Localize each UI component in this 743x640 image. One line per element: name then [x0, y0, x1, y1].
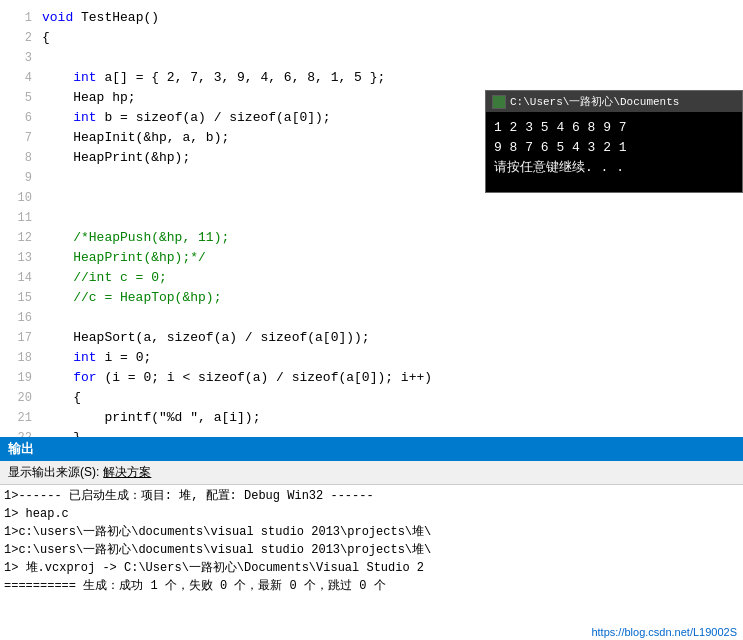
code-line: 18 int i = 0; — [0, 348, 743, 368]
code-token: a[] = { 2, 7, 3, 9, 4, 6, 8, 1, 5 }; — [97, 68, 386, 88]
terminal-window: C:\Users\一路初心\Documents 1 2 3 5 4 6 8 9 … — [485, 90, 743, 193]
code-token — [42, 108, 73, 128]
code-line: 15 //c = HeapTop(&hp); — [0, 288, 743, 308]
code-token: { — [42, 28, 50, 48]
code-token: int — [73, 108, 96, 128]
line-number: 21 — [4, 408, 32, 428]
editor-area: 1void TestHeap()2{34 int a[] = { 2, 7, 3… — [0, 0, 743, 437]
line-number: 5 — [4, 88, 32, 108]
line-number: 9 — [4, 168, 32, 188]
code-token: } — [42, 428, 81, 437]
watermark: https://blog.csdn.net/L19002S — [589, 626, 739, 638]
line-number: 16 — [4, 308, 32, 328]
code-token — [42, 68, 73, 88]
line-number: 7 — [4, 128, 32, 148]
terminal-title: C:\Users\一路初心\Documents — [510, 94, 679, 109]
line-number: 13 — [4, 248, 32, 268]
code-token: HeapPrint(&hp);*/ — [42, 248, 206, 268]
output-line: 1>c:\users\一路初心\documents\visual studio … — [4, 523, 739, 541]
output-line: 1>------ 已启动生成：项目: 堆, 配置: Debug Win32 --… — [4, 487, 739, 505]
line-number: 3 — [4, 48, 32, 68]
terminal-titlebar: C:\Users\一路初心\Documents — [486, 91, 742, 112]
output-line: 1> 堆.vcxproj -> C:\Users\一路初心\Documents\… — [4, 559, 739, 577]
code-line: 20 { — [0, 388, 743, 408]
code-token: int — [73, 348, 96, 368]
terminal-body: 1 2 3 5 4 6 8 9 79 8 7 6 5 4 3 2 1请按任意键继… — [486, 112, 742, 192]
code-token: printf("%d ", a[i]); — [42, 408, 260, 428]
line-number: 20 — [4, 388, 32, 408]
output-toolbar[interactable]: 显示输出来源(S): 解决方案 — [0, 461, 743, 485]
line-number: 22 — [4, 428, 32, 437]
code-panel[interactable]: 1void TestHeap()2{34 int a[] = { 2, 7, 3… — [0, 0, 743, 437]
output-source-label: 显示输出来源(S): — [8, 464, 99, 481]
code-token: /*HeapPush(&hp, 11); — [42, 228, 229, 248]
line-number: 19 — [4, 368, 32, 388]
code-token: TestHeap() — [73, 8, 159, 28]
code-line: 21 printf("%d ", a[i]); — [0, 408, 743, 428]
code-token: HeapPrint(&hp); — [42, 148, 190, 168]
code-line: 14 //int c = 0; — [0, 268, 743, 288]
code-token: i = 0; — [97, 348, 152, 368]
line-number: 11 — [4, 208, 32, 228]
output-line: ========== 生成：成功 1 个，失败 0 个，最新 0 个，跳过 0 … — [4, 577, 739, 595]
code-line: 17 HeapSort(a, sizeof(a) / sizeof(a[0]))… — [0, 328, 743, 348]
code-token: //int c = 0; — [42, 268, 167, 288]
code-token: b = sizeof(a) / sizeof(a[0]); — [97, 108, 331, 128]
code-token — [42, 348, 73, 368]
line-number: 12 — [4, 228, 32, 248]
code-line: 1void TestHeap() — [0, 8, 743, 28]
line-number: 4 — [4, 68, 32, 88]
code-line: 4 int a[] = { 2, 7, 3, 9, 4, 6, 8, 1, 5 … — [0, 68, 743, 88]
line-number: 17 — [4, 328, 32, 348]
code-token: //c = HeapTop(&hp); — [42, 288, 221, 308]
code-token: void — [42, 8, 73, 28]
output-line: 1> heap.c — [4, 505, 739, 523]
code-line: 22 } — [0, 428, 743, 437]
output-panel-header: 输出 — [0, 437, 743, 461]
code-line: 2{ — [0, 28, 743, 48]
line-number: 10 — [4, 188, 32, 208]
code-token: Heap hp; — [42, 88, 136, 108]
output-line: 1>c:\users\一路初心\documents\visual studio … — [4, 541, 739, 559]
terminal-icon — [492, 95, 506, 109]
terminal-line: 请按任意键继续. . . — [494, 158, 734, 178]
code-line: 12 /*HeapPush(&hp, 11); — [0, 228, 743, 248]
code-token: HeapSort(a, sizeof(a) / sizeof(a[0])); — [42, 328, 370, 348]
code-token: int — [73, 68, 96, 88]
code-token: (i = 0; i < sizeof(a) / sizeof(a[0]); i+… — [97, 368, 432, 388]
output-source-value: 解决方案 — [103, 464, 151, 481]
line-number: 1 — [4, 8, 32, 28]
code-token: for — [42, 368, 97, 388]
code-line: 13 HeapPrint(&hp);*/ — [0, 248, 743, 268]
line-number: 15 — [4, 288, 32, 308]
terminal-line: 1 2 3 5 4 6 8 9 7 — [494, 118, 734, 138]
code-line: 19 for (i = 0; i < sizeof(a) / sizeof(a[… — [0, 368, 743, 388]
line-number: 2 — [4, 28, 32, 48]
code-line: 11 — [0, 208, 743, 228]
code-token: HeapInit(&hp, a, b); — [42, 128, 229, 148]
terminal-line: 9 8 7 6 5 4 3 2 1 — [494, 138, 734, 158]
code-line: 3 — [0, 48, 743, 68]
code-token: { — [42, 388, 81, 408]
line-number: 8 — [4, 148, 32, 168]
line-number: 6 — [4, 108, 32, 128]
code-line: 16 — [0, 308, 743, 328]
line-number: 14 — [4, 268, 32, 288]
line-number: 18 — [4, 348, 32, 368]
output-content: 1>------ 已启动生成：项目: 堆, 配置: Debug Win32 --… — [0, 485, 743, 640]
output-label: 输出 — [8, 441, 34, 456]
